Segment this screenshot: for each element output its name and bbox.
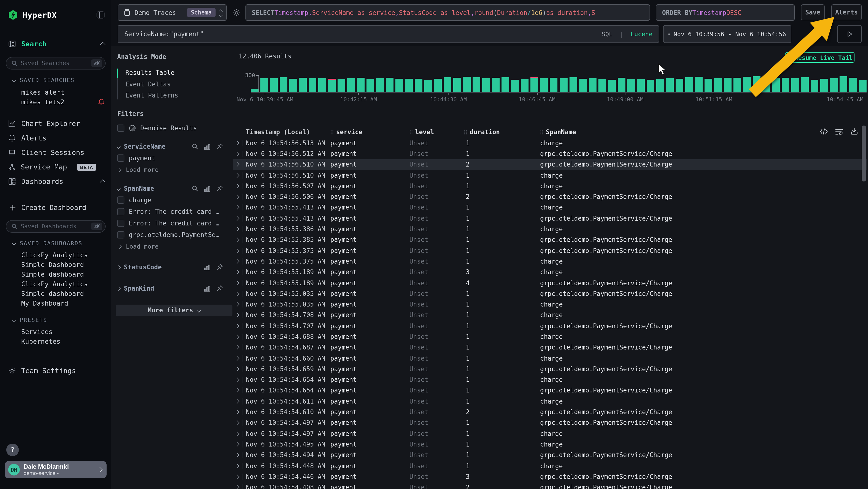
bar-chart-icon[interactable]	[204, 286, 211, 291]
histogram-bar[interactable]	[569, 78, 577, 92]
saved-dashboard-item[interactable]: ClickPy Analytics	[0, 279, 112, 289]
histogram-bar[interactable]	[589, 78, 596, 92]
analysis-mode-option[interactable]: Event Deltas	[125, 79, 232, 90]
histogram-bar[interactable]	[280, 78, 287, 92]
sidebar-item-alerts[interactable]: Alerts	[0, 131, 112, 145]
histogram-bar[interactable]	[704, 79, 712, 92]
filter-section-statuscode[interactable]: StatusCode	[116, 263, 232, 271]
histogram-bar[interactable]	[483, 79, 490, 92]
help-button[interactable]: ?	[6, 443, 19, 456]
expand-row-icon[interactable]	[235, 270, 240, 275]
histogram-bar[interactable]	[560, 78, 567, 92]
gear-icon[interactable]	[232, 9, 241, 17]
analysis-mode-option[interactable]: Results Table	[125, 67, 232, 79]
histogram-bar[interactable]	[685, 78, 693, 92]
language-lucene-toggle[interactable]: Lucene	[631, 30, 652, 38]
expand-row-icon[interactable]	[235, 367, 240, 371]
expand-row-icon[interactable]	[235, 356, 240, 361]
preset-item[interactable]: Kubernetes	[0, 337, 112, 346]
table-row[interactable]: Nov 6 10:54:56.513 AMpaymentUnset 1charg…	[233, 138, 867, 148]
saved-searches-heading[interactable]: SAVED SEARCHES	[0, 76, 112, 84]
sidebar-item-service-map[interactable]: Service MapBETA	[0, 160, 112, 174]
table-row[interactable]: Nov 6 10:54:54.610 AMpaymentUnset 2grpc.…	[233, 407, 867, 418]
expand-row-icon[interactable]	[235, 313, 240, 318]
table-row[interactable]: Nov 6 10:54:54.660 AMpaymentUnset 1charg…	[233, 353, 867, 364]
checkbox[interactable]	[117, 124, 124, 132]
saved-searches-input[interactable]: Saved Searches ⌘K	[6, 57, 105, 69]
table-row[interactable]: Nov 6 10:54:56.510 AMpaymentUnset 1charg…	[233, 170, 867, 181]
table-row[interactable]: Nov 6 10:54:56.507 AMpaymentUnset 1charg…	[233, 180, 867, 192]
sidebar-item-chart-explorer[interactable]: Chart Explorer	[0, 116, 112, 131]
histogram-bar[interactable]	[637, 79, 645, 92]
saved-dashboard-item[interactable]: ClickPy Analytics	[0, 250, 112, 260]
filter-value-row[interactable]: Error: The credit card …	[116, 219, 232, 228]
checkbox[interactable]	[117, 197, 124, 204]
table-row[interactable]: Nov 6 10:54:54.708 AMpaymentUnset 1charg…	[233, 310, 867, 321]
sql-select-editor[interactable]: SELECT Timestamp, ServiceName as service…	[245, 4, 650, 21]
histogram-bar[interactable]	[444, 78, 452, 92]
table-row[interactable]: Nov 6 10:54:54.497 AMpaymentUnset 1charg…	[233, 428, 867, 439]
histogram-bar[interactable]	[289, 79, 297, 92]
filter-value-row[interactable]: charge	[116, 196, 232, 204]
table-row[interactable]: Nov 6 10:54:54.448 AMpaymentUnset 1charg…	[233, 461, 867, 471]
table-row[interactable]: Nov 6 10:54:55.413 AMpaymentUnset 1grpc.…	[233, 213, 867, 224]
expand-row-icon[interactable]	[235, 184, 240, 189]
histogram-bar[interactable]	[251, 89, 258, 92]
table-row[interactable]: Nov 6 10:54:54.408 AMpaymentUnset 2grpc.…	[233, 482, 867, 489]
table-row[interactable]: Nov 6 10:54:54.654 AMpaymentUnset 1charg…	[233, 374, 867, 385]
expand-row-icon[interactable]	[235, 334, 240, 339]
load-more-button[interactable]: Load more	[116, 166, 232, 174]
histogram-bar[interactable]	[531, 78, 538, 92]
histogram-bar[interactable]	[550, 78, 558, 92]
expand-row-icon[interactable]	[235, 162, 240, 167]
sidebar-item-dashboards[interactable]: Dashboards	[0, 174, 112, 189]
table-row[interactable]: Nov 6 10:54:54.687 AMpaymentUnset 1grpc.…	[233, 342, 867, 353]
table-row[interactable]: Nov 6 10:54:55.413 AMpaymentUnset 1charg…	[233, 202, 867, 213]
wrap-text-icon[interactable]	[835, 128, 843, 135]
expand-row-icon[interactable]	[235, 485, 240, 489]
sidebar-item-search[interactable]: Search	[0, 37, 112, 51]
checkbox[interactable]	[117, 231, 124, 238]
col-header-spanname[interactable]: SpanName	[540, 128, 867, 136]
col-header-duration[interactable]: duration	[464, 128, 540, 136]
pin-icon[interactable]	[217, 264, 223, 270]
expand-row-icon[interactable]	[235, 141, 240, 145]
expand-row-icon[interactable]	[235, 323, 240, 328]
histogram-bar[interactable]	[512, 79, 519, 92]
col-header-timestamp[interactable]: Timestamp (Local)	[246, 128, 330, 136]
table-row[interactable]: Nov 6 10:54:54.707 AMpaymentUnset 1grpc.…	[233, 320, 867, 332]
histogram-bar[interactable]	[502, 77, 509, 92]
table-row[interactable]: Nov 6 10:54:54.446 AMpaymentUnset 3grpc.…	[233, 471, 867, 482]
histogram-bar[interactable]	[405, 79, 413, 92]
column-drag-handle-icon[interactable]	[464, 129, 467, 135]
histogram-bar[interactable]	[608, 79, 616, 92]
histogram-bar[interactable]	[734, 78, 741, 92]
histogram-bar[interactable]	[656, 79, 664, 92]
histogram-bar[interactable]	[463, 77, 471, 92]
table-row[interactable]: Nov 6 10:54:55.385 AMpaymentUnset 1grpc.…	[233, 234, 867, 245]
pin-icon[interactable]	[217, 143, 223, 150]
histogram-bar[interactable]	[724, 78, 732, 92]
table-row[interactable]: Nov 6 10:54:54.659 AMpaymentUnset 1grpc.…	[233, 364, 867, 374]
col-header-level[interactable]: level	[409, 128, 464, 136]
expand-row-icon[interactable]	[235, 453, 240, 458]
code-view-icon[interactable]	[820, 128, 828, 135]
table-row[interactable]: Nov 6 10:54:54.611 AMpaymentUnset 1charg…	[233, 396, 867, 407]
user-menu[interactable]: DM Dale McDiarmid demo-service -	[5, 461, 106, 479]
expand-row-icon[interactable]	[235, 205, 240, 210]
source-select[interactable]: Demo Traces Schema	[118, 4, 227, 21]
expand-row-icon[interactable]	[235, 291, 240, 296]
table-row[interactable]: Nov 6 10:54:56.506 AMpaymentUnset 2grpc.…	[233, 192, 867, 202]
search-icon[interactable]	[192, 143, 198, 150]
table-row[interactable]: Nov 6 10:54:56.510 AMpaymentUnset 2grpc.…	[233, 159, 867, 170]
histogram-bar[interactable]	[415, 79, 423, 92]
denoise-results-toggle[interactable]: Denoise Results	[116, 124, 232, 132]
table-row[interactable]: Nov 6 10:54:55.375 AMpaymentUnset 1grpc.…	[233, 245, 867, 256]
table-row[interactable]: Nov 6 10:54:55.035 AMpaymentUnset 1charg…	[233, 299, 867, 310]
histogram-bar[interactable]	[347, 78, 355, 92]
table-row[interactable]: Nov 6 10:54:56.512 AMpaymentUnset 1grpc.…	[233, 148, 867, 159]
expand-row-icon[interactable]	[235, 410, 240, 414]
table-row[interactable]: Nov 6 10:54:54.688 AMpaymentUnset 1charg…	[233, 332, 867, 342]
checkbox[interactable]	[117, 154, 124, 162]
histogram-bar[interactable]	[849, 78, 857, 92]
